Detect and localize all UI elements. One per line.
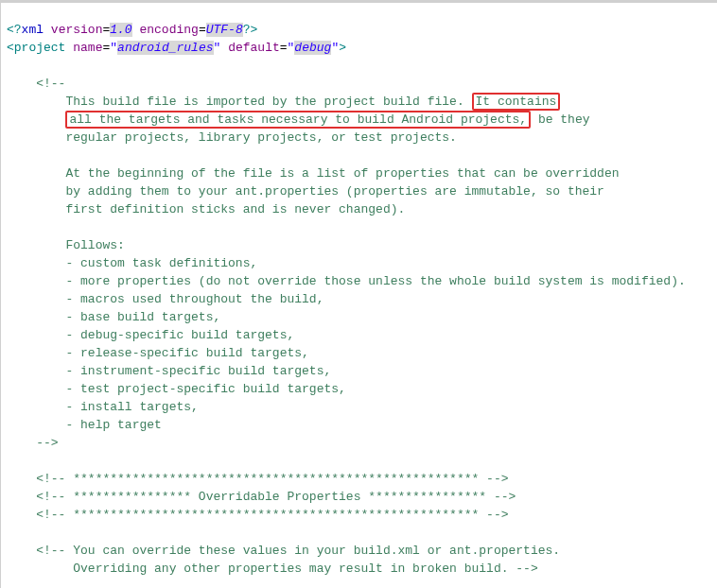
- project-default: debug: [294, 41, 331, 55]
- comment-close: -->: [36, 436, 58, 450]
- comment-line: - macros used throughout the build,: [65, 292, 324, 306]
- comment-line: - install targets,: [65, 400, 198, 414]
- comment-line: This build file is imported by the proje…: [65, 95, 463, 109]
- comment-line: - custom task definitions,: [65, 256, 257, 270]
- comment-line: - base build targets,: [65, 310, 220, 324]
- comment-line: be they: [531, 112, 589, 127]
- comment-open: <!--: [36, 77, 65, 91]
- separator-comment: <!-- ***********************************…: [36, 472, 508, 486]
- comment-line: <!-- You can override these values in yo…: [36, 544, 560, 558]
- comment-line: - more properties (do not override those…: [65, 274, 685, 288]
- project-name: android_rules: [117, 41, 213, 55]
- comment-line: - test project-specific build targets,: [65, 382, 345, 396]
- separator-comment: <!-- ***********************************…: [36, 508, 508, 522]
- comment-line: - debug-specific build targets,: [65, 328, 294, 342]
- comment-line: Follows:: [65, 238, 124, 252]
- highlight-box-1: It contains: [472, 93, 561, 111]
- comment-line: - help target: [65, 418, 161, 432]
- code-editor: <?xml version=1.0 encoding=UTF-8?> <proj…: [0, 0, 717, 588]
- comment-line: by adding them to your ant.properties (p…: [65, 184, 604, 199]
- comment-line: regular projects, library projects, or t…: [65, 130, 456, 145]
- xml-version: 1.0: [110, 23, 131, 37]
- xml-encoding: UTF-8: [206, 23, 243, 37]
- highlight-box-2: all the targets and tasks necessary to b…: [65, 111, 531, 129]
- comment-line: - release-specific build targets,: [65, 346, 308, 360]
- comment-line: - instrument-specific build targets,: [65, 364, 331, 378]
- comment-line: Overriding any other properties may resu…: [36, 562, 538, 576]
- comment-line: At the beginning of the file is a list o…: [65, 166, 619, 181]
- section-header-comment: <!-- **************** Overridable Proper…: [36, 490, 516, 504]
- comment-line: first definition sticks and is never cha…: [65, 202, 405, 216]
